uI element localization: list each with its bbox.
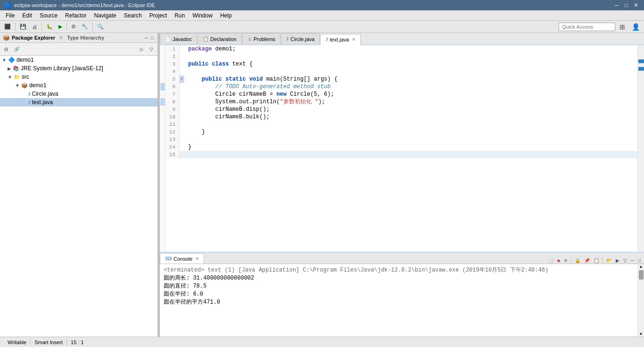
toolbar-ext2-btn[interactable]: 🔧 <box>79 22 91 32</box>
tree-src[interactable]: ▼ 📁 src <box>0 73 157 81</box>
tab-console[interactable]: ⌨ Console ✕ <box>160 253 204 264</box>
line-number-15: 15 <box>165 151 180 158</box>
toolbar-new-btn[interactable]: ⬛ <box>2 22 13 32</box>
tab-text-java[interactable]: J text.java ✕ <box>320 34 361 45</box>
menu-run[interactable]: Run <box>171 11 189 20</box>
console-output-1: 圆的周长: 31.400000000000002 <box>164 274 634 282</box>
sidebar-sep: ✕ <box>59 35 63 41</box>
title-bar: 🔵 eclipse-workspace - demo1/src/demo1/te… <box>0 0 644 10</box>
tree-expand-demo1: ▼ <box>2 58 7 63</box>
menu-edit[interactable]: Edit <box>18 11 36 20</box>
line-number-6: 6 <box>165 83 180 91</box>
console-tab-label: Console <box>173 256 192 262</box>
code-line-10: 10 cirNameB.bulk(); <box>165 113 637 121</box>
tree-circle-label: Circle.java <box>32 91 58 97</box>
code-line-12: 12 } <box>165 128 637 136</box>
sidebar-maximize-btn[interactable]: □ <box>150 35 155 41</box>
line-number-13: 13 <box>165 136 180 143</box>
tab-problems-label: Problems <box>254 36 275 42</box>
line-content-1: package demo1; <box>184 45 236 53</box>
console-menu-btn[interactable]: ▽ <box>622 257 628 264</box>
menu-source[interactable]: Source <box>36 11 61 20</box>
code-line-5: 5➤ public static void main(String[] args… <box>165 75 637 83</box>
sidebar-collapse-btn[interactable]: ⊟ <box>2 44 10 54</box>
console-maximize-btn[interactable]: □ <box>636 257 642 264</box>
menu-file[interactable]: File <box>2 11 18 20</box>
toolbar-right: ⊞ 👤 <box>559 22 642 32</box>
sidebar-forward-btn[interactable]: ▷ <box>138 44 146 54</box>
console-pin-btn[interactable]: 📌 <box>583 257 591 264</box>
toolbar-search-btn[interactable]: 🔍 <box>95 22 106 32</box>
console-tab-close[interactable]: ✕ <box>195 256 199 261</box>
sidebar-minimize-btn[interactable]: ─ <box>144 35 149 41</box>
menu-navigate[interactable]: Navigate <box>90 11 120 20</box>
tab-circle-java[interactable]: J Circle.java <box>281 33 320 44</box>
toolbar-perspective-btn[interactable]: ⊞ <box>617 22 627 32</box>
line-number-8: 8 <box>165 98 180 106</box>
quick-access-input[interactable] <box>559 23 615 31</box>
sidebar-toolbar: ⊟ 🔗 ▷ ▽ <box>0 43 157 56</box>
console-tab-icon: ⌨ <box>165 256 172 261</box>
line-number-2: 2 <box>165 53 180 60</box>
tab-declaration[interactable]: 📋 Declaration <box>198 33 242 44</box>
minimize-button[interactable]: ─ <box>613 2 621 8</box>
status-writable: Writable <box>4 339 31 345</box>
console-minimize-btn[interactable]: ─ <box>629 257 636 264</box>
code-line-15: 15 <box>165 151 637 158</box>
sidebar-menu-btn[interactable]: ▽ <box>147 44 156 54</box>
tab-javadoc[interactable]: 📄 Javadoc <box>160 33 197 44</box>
tab-problems[interactable]: ⚠ Problems <box>242 33 281 44</box>
tree-demo1-project[interactable]: ▼ 🔷 demo1 <box>0 56 157 64</box>
project-icon: 🔷 <box>8 57 15 63</box>
code-line-8: 8 System.out.println("参数初始化 "); <box>165 98 637 106</box>
code-editor[interactable]: 1package demo1;2 3public class text {4 5… <box>165 45 637 252</box>
tree-jre[interactable]: ▶ 📚 JRE System Library [JavaSE-12] <box>0 64 157 73</box>
sidebar-link-btn[interactable]: 🔗 <box>11 44 22 54</box>
menu-project[interactable]: Project <box>146 11 171 20</box>
console-next-btn[interactable]: ▶ <box>614 257 621 264</box>
tree-package-demo1[interactable]: ▼ 📦 demo1 <box>0 81 157 90</box>
tree-expand-src: ▼ <box>8 74 12 80</box>
toolbar-sep-4 <box>92 23 93 31</box>
console-clear-btn[interactable]: ⬜ <box>546 257 555 264</box>
toolbar-print-btn[interactable]: 🖨 <box>30 22 40 32</box>
toolbar-save-btn[interactable]: 💾 <box>17 22 29 32</box>
code-line-13: 13 <box>165 136 637 143</box>
console-scrollbar[interactable]: ▲ ▼ <box>637 264 644 337</box>
menu-search[interactable]: Search <box>120 11 146 20</box>
toolbar-person-btn[interactable]: 👤 <box>629 22 642 32</box>
code-line-14: 14} <box>165 143 637 151</box>
tree-text-java[interactable]: ▶ J text.java <box>0 98 157 107</box>
line-number-3: 3 <box>165 60 180 68</box>
line-content-15 <box>184 151 191 158</box>
console-remove-btn[interactable]: ✕ <box>562 257 569 264</box>
src-icon: 📁 <box>14 74 20 80</box>
eclipse-icon: 🔵 <box>4 2 11 9</box>
close-button[interactable]: ✕ <box>632 2 640 8</box>
console-scroll-lock-btn[interactable]: 🔒 <box>573 257 582 264</box>
text-java-tab-icon: J <box>325 37 328 42</box>
toolbar-run-btn[interactable]: ▶ <box>56 22 65 32</box>
line-number-1: 1 <box>165 45 180 53</box>
line-gutter-5: ➤ <box>180 75 184 83</box>
line-content-3: public class text { <box>184 60 253 68</box>
tree-jre-label: JRE System Library [JavaSE-12] <box>21 65 103 72</box>
console-copy-btn[interactable]: 📋 <box>592 257 601 264</box>
maximize-button[interactable]: □ <box>623 2 630 8</box>
tab-javadoc-label: Javadoc <box>173 36 192 42</box>
line-content-4 <box>184 68 191 75</box>
line-content-12: } <box>184 128 205 136</box>
console-terminated-line: <terminated> text (1) [Java Application]… <box>164 266 634 274</box>
tree-circle-java[interactable]: ▶ J Circle.java <box>0 90 157 98</box>
toolbar-ext1-btn[interactable]: ⚙ <box>69 22 78 32</box>
status-insert-mode: Smart Insert <box>31 339 67 345</box>
console-terminate-btn[interactable]: ■ <box>556 257 561 264</box>
console-open-btn[interactable]: 📂 <box>605 257 613 264</box>
menu-help[interactable]: Help <box>216 11 236 20</box>
toolbar-debug-btn[interactable]: 🐛 <box>44 22 55 32</box>
code-line-1: 1package demo1; <box>165 45 637 53</box>
line-number-9: 9 <box>165 106 180 113</box>
menu-window[interactable]: Window <box>189 11 216 20</box>
menu-refactor[interactable]: Refactor <box>61 11 90 20</box>
tab-text-java-close[interactable]: ✕ <box>352 37 355 42</box>
